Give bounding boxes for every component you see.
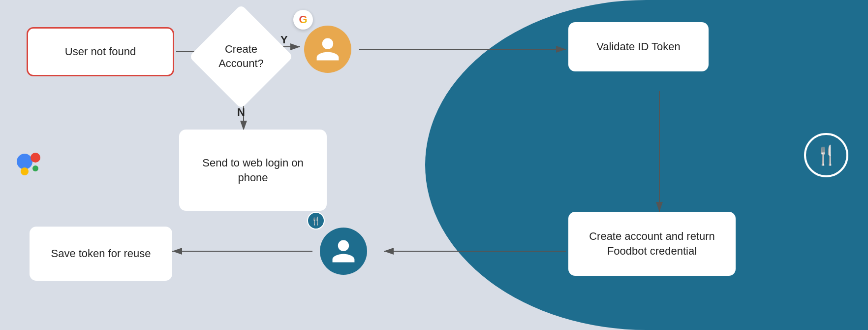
google-user-icon	[304, 26, 351, 73]
large-fork-icon: 🍴	[804, 133, 848, 177]
google-assistant-icon	[10, 143, 49, 184]
foodbot-user-icon	[320, 228, 367, 275]
validate-id-box: Validate ID Token	[568, 22, 709, 71]
svg-point-11	[21, 167, 29, 175]
send-to-web-box: Send to web login on phone	[179, 130, 327, 211]
send-to-web-label: Send to web login on phone	[189, 156, 317, 185]
assistant-svg	[10, 143, 49, 182]
svg-point-10	[31, 153, 40, 163]
user-not-found-box: User not found	[27, 27, 174, 76]
google-g-badge: G	[293, 10, 313, 30]
svg-point-9	[17, 154, 32, 169]
foodbot-user-svg	[330, 237, 357, 265]
create-account-return-box: Create account and return Foodbot creden…	[568, 212, 736, 276]
save-token-box: Save token for reuse	[30, 227, 172, 281]
user-not-found-label: User not found	[65, 44, 136, 59]
validate-id-label: Validate ID Token	[596, 39, 680, 54]
svg-point-12	[32, 165, 38, 171]
no-label: N	[237, 106, 245, 119]
user-svg	[314, 35, 341, 63]
create-account-label: Create Account?	[218, 42, 264, 70]
create-account-diamond-container: Create Account?	[192, 7, 290, 106]
save-token-label: Save token for reuse	[51, 246, 151, 261]
yes-label: Y	[280, 33, 288, 46]
foodbot-fork-badge: 🍴	[307, 212, 325, 230]
create-account-return-label: Create account and return Foodbot creden…	[578, 229, 726, 258]
